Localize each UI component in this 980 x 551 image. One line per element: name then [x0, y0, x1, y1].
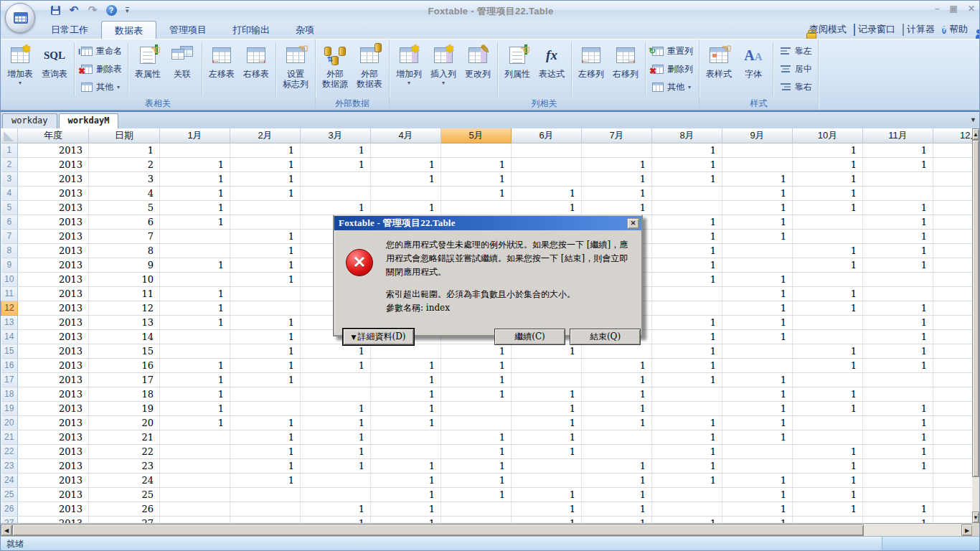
cell[interactable]: 22 — [89, 444, 160, 458]
column-header-5月[interactable]: 5月 — [441, 128, 512, 143]
cell[interactable]: 2 — [89, 157, 160, 171]
cell[interactable]: 1 — [160, 401, 230, 415]
cell[interactable]: 1 — [652, 143, 722, 157]
cell[interactable] — [160, 329, 230, 344]
cell[interactable]: 1 — [371, 473, 441, 487]
cell[interactable]: 1 — [652, 171, 722, 186]
cell[interactable] — [933, 243, 974, 258]
cell[interactable]: 2013 — [18, 186, 89, 200]
cell[interactable]: 1 — [160, 200, 230, 215]
cell[interactable]: 1 — [301, 358, 371, 372]
cell[interactable] — [512, 358, 582, 372]
cell[interactable]: 1 — [512, 200, 582, 215]
cell[interactable]: 1 — [441, 444, 512, 458]
cell[interactable]: 2013 — [18, 243, 89, 258]
cell[interactable]: 1 — [301, 200, 371, 215]
cell[interactable]: 1 — [160, 258, 230, 272]
row-header-26[interactable]: 26 — [1, 501, 18, 516]
cell[interactable]: 1 — [793, 258, 863, 272]
cell[interactable]: 1 — [863, 215, 933, 229]
cell[interactable]: 1 — [793, 358, 863, 372]
toolbar-item-计算器[interactable]: 计算器 — [901, 23, 936, 36]
cell[interactable] — [933, 458, 974, 473]
button-插入列[interactable]: ✱插入列▾ — [426, 41, 461, 98]
cell[interactable] — [933, 372, 974, 387]
select-all-corner[interactable] — [1, 128, 18, 143]
row-header-7[interactable]: 7 — [1, 229, 18, 243]
cell[interactable] — [160, 458, 230, 473]
cell[interactable] — [652, 401, 722, 415]
cell[interactable]: 1 — [722, 430, 793, 444]
cell[interactable]: 1 — [863, 258, 933, 272]
cell[interactable]: 2013 — [18, 171, 89, 186]
row-header-24[interactable]: 24 — [1, 473, 18, 487]
cell[interactable] — [371, 444, 441, 458]
cell[interactable]: 1 — [582, 516, 652, 523]
cell[interactable]: 1 — [441, 171, 512, 186]
cell[interactable]: 1 — [230, 143, 301, 157]
cell[interactable]: 1 — [441, 487, 512, 501]
cell[interactable]: 1 — [793, 501, 863, 516]
cell[interactable]: 26 — [89, 501, 160, 516]
cell[interactable]: 1 — [863, 501, 933, 516]
cell[interactable]: 1 — [652, 243, 722, 258]
cell[interactable]: 1 — [160, 157, 230, 171]
cell[interactable]: 1 — [582, 473, 652, 487]
button-设置标志列[interactable]: ☜设置 标志列 — [278, 41, 313, 98]
cell[interactable]: 1 — [160, 372, 230, 387]
cell[interactable] — [863, 286, 933, 301]
cell[interactable]: 1 — [863, 301, 933, 315]
cell[interactable]: 1 — [652, 315, 722, 329]
vertical-scroll-thumb[interactable] — [972, 140, 979, 477]
cell[interactable]: 2013 — [18, 315, 89, 329]
cell[interactable] — [933, 487, 974, 501]
cell[interactable]: 1 — [301, 501, 371, 516]
cell[interactable]: 1 — [863, 329, 933, 344]
cell[interactable]: 1 — [230, 171, 301, 186]
row-header-23[interactable]: 23 — [1, 458, 18, 473]
cell[interactable] — [230, 286, 301, 301]
cell[interactable]: 1 — [512, 501, 582, 516]
row-header-19[interactable]: 19 — [1, 401, 18, 415]
cell[interactable]: 1 — [793, 200, 863, 215]
button-右移列[interactable]: →右移列 — [608, 41, 643, 98]
cell[interactable] — [863, 387, 933, 401]
cell[interactable]: 1 — [863, 315, 933, 329]
cell[interactable]: 1 — [512, 415, 582, 430]
cell[interactable]: 1 — [230, 430, 301, 444]
cell[interactable]: 1 — [582, 415, 652, 430]
cell[interactable]: 1 — [863, 243, 933, 258]
row-header-15[interactable]: 15 — [1, 344, 18, 358]
cell[interactable] — [933, 415, 974, 430]
cell[interactable]: 2013 — [18, 516, 89, 523]
row-header-4[interactable]: 4 — [1, 186, 18, 200]
cell[interactable] — [933, 358, 974, 372]
cell[interactable] — [933, 444, 974, 458]
cell[interactable]: 1 — [793, 157, 863, 171]
cell[interactable]: 1 — [652, 372, 722, 387]
cell[interactable]: 21 — [89, 430, 160, 444]
cell[interactable] — [722, 358, 793, 372]
cell[interactable] — [722, 344, 793, 358]
cell[interactable]: 1 — [230, 272, 301, 286]
cell[interactable]: 15 — [89, 344, 160, 358]
cell[interactable] — [793, 229, 863, 243]
cell[interactable]: 1 — [652, 258, 722, 272]
cell[interactable] — [793, 272, 863, 286]
cell[interactable] — [933, 516, 974, 523]
row-header-2[interactable]: 2 — [1, 157, 18, 171]
toolbar-item-查阅模式[interactable]: 查阅模式 — [805, 23, 848, 36]
cell[interactable]: 1 — [793, 473, 863, 487]
cell[interactable]: 1 — [371, 501, 441, 516]
row-header-5[interactable]: 5 — [1, 200, 18, 215]
cell[interactable]: 1 — [230, 329, 301, 344]
cell[interactable]: 1 — [652, 516, 722, 523]
cell[interactable]: 2013 — [18, 473, 89, 487]
cell[interactable] — [933, 286, 974, 301]
row-header-21[interactable]: 21 — [1, 430, 18, 444]
cell[interactable] — [933, 301, 974, 315]
cell[interactable]: 2013 — [18, 415, 89, 430]
cell[interactable]: 1 — [793, 301, 863, 315]
cell[interactable]: 1 — [722, 215, 793, 229]
button-左移表[interactable]: ←左移表 — [204, 41, 239, 98]
